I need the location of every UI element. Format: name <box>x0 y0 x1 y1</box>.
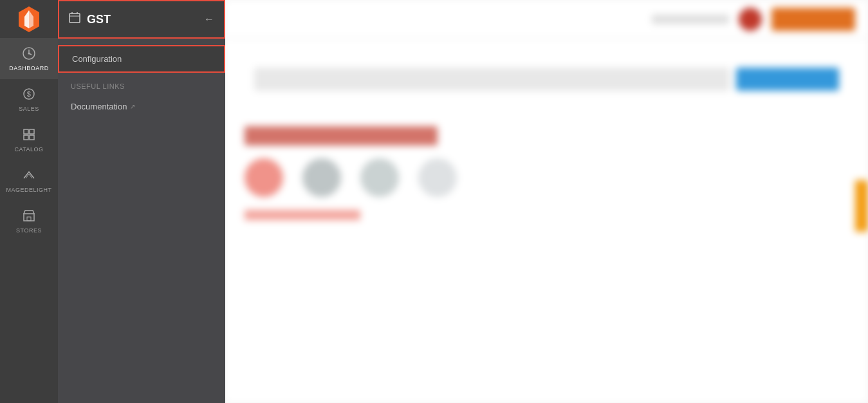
logo2-blurred <box>302 158 341 197</box>
gst-sidebar-panel: GST ← Configuration Useful Links Documen… <box>58 0 225 403</box>
svg-rect-13 <box>69 14 80 23</box>
yellow-side-btn-blurred <box>855 180 868 232</box>
external-link-icon: ↗ <box>130 103 135 110</box>
catalog-label: CATALOG <box>14 146 43 153</box>
svg-rect-12 <box>27 217 31 221</box>
upgrade-button-blurred <box>771 8 855 31</box>
avatar-blurred <box>739 8 762 31</box>
sidebar-item-configuration[interactable]: Configuration <box>58 45 225 73</box>
sidebar-header: GST ← <box>58 0 225 39</box>
top-bar <box>225 0 868 39</box>
stores-label: STORES <box>16 227 42 234</box>
section-title-blurred <box>245 126 438 145</box>
sidebar-item-stores[interactable]: STORES <box>0 201 58 241</box>
sidebar-item-dashboard[interactable]: DASHBOARD <box>0 39 58 79</box>
user-name-blurred <box>652 15 729 24</box>
dashboard-icon <box>22 46 36 62</box>
sidebar-item-catalog[interactable]: CATALOG <box>0 120 58 160</box>
main-content-area <box>225 0 868 403</box>
stores-icon <box>22 209 36 225</box>
gst-header-icon <box>69 12 80 26</box>
sidebar-menu: Configuration Useful Links Documentation… <box>58 39 225 403</box>
body-content-blurred <box>225 39 868 246</box>
svg-point-4 <box>28 53 30 55</box>
documentation-label: Documentation <box>71 102 127 111</box>
sales-icon: $ <box>22 87 36 103</box>
sidebar-item-magedelight[interactable]: MAGEDELIGHT <box>0 160 58 201</box>
logo1-blurred <box>245 158 283 197</box>
svg-rect-9 <box>24 135 28 140</box>
useful-links-section-label: Useful Links <box>58 73 225 95</box>
sidebar-item-sales[interactable]: $ SALES <box>0 79 58 120</box>
blurred-content <box>225 0 868 403</box>
logos-row-blurred <box>245 158 849 197</box>
svg-rect-8 <box>30 129 34 134</box>
sales-label: SALES <box>19 106 39 112</box>
dashboard-label: DASHBOARD <box>9 65 49 71</box>
magento-logo-icon <box>15 5 43 33</box>
svg-rect-7 <box>24 129 28 134</box>
logo4-blurred <box>418 158 457 197</box>
svg-rect-10 <box>30 135 34 140</box>
catalog-icon <box>22 127 36 144</box>
logo-area <box>0 0 58 39</box>
svg-text:$: $ <box>27 90 32 98</box>
magedelight-icon <box>22 168 36 184</box>
sidebar-back-button[interactable]: ← <box>204 14 214 25</box>
magedelight-label: MAGEDELIGHT <box>6 187 51 193</box>
link-text-blurred <box>245 210 360 220</box>
logo3-blurred <box>360 158 399 197</box>
sidebar-item-documentation[interactable]: Documentation ↗ <box>58 95 225 118</box>
sidebar-title: GST <box>87 13 204 26</box>
navigation-sidebar: DASHBOARD $ SALES CATALOG <box>0 0 58 403</box>
